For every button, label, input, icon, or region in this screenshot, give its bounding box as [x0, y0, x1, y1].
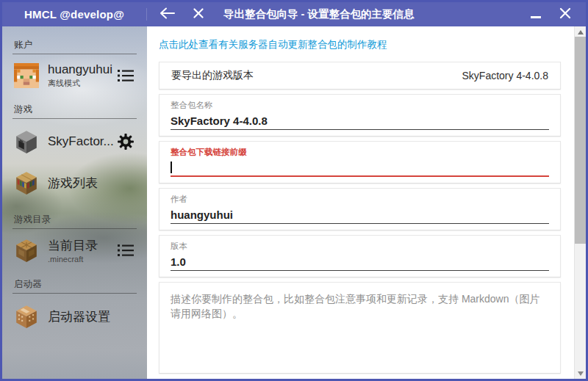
sidebar-item-current-directory[interactable]: 当前目录 .minecraft	[11, 232, 138, 269]
dropper-block-icon	[14, 304, 39, 329]
version-settings-button[interactable]	[116, 133, 135, 150]
version-name: SkyFactor...	[48, 134, 116, 149]
section-header-game: 游戏	[12, 104, 137, 119]
sidebar-item-launcher-settings[interactable]: 启动器设置	[11, 297, 138, 334]
tutorial-link[interactable]: 点击此处查看有关服务器自动更新整合包的制作教程	[159, 38, 561, 51]
gear-icon	[117, 133, 135, 150]
titlebar-main: 导出整合包向导 - 设置整合包的主要信息	[147, 2, 586, 26]
field-author: 作者 huangyuhui	[159, 188, 561, 231]
scrollbar-thumb[interactable]	[575, 37, 586, 244]
minimize-icon	[531, 16, 541, 18]
version-texts: SkyFactor...	[48, 134, 116, 149]
launcher-settings-texts: 启动器设置	[48, 308, 135, 325]
page-title: 导出整合包向导 - 设置整合包的主要信息	[223, 7, 414, 21]
author-value: huangyuhui	[171, 208, 233, 221]
minimize-button[interactable]	[521, 2, 551, 26]
export-version-row: 要导出的游戏版本 SkyFactory 4-4.0.8	[159, 62, 561, 90]
sidebar: 账户	[2, 26, 147, 379]
triangle-up-icon	[578, 30, 584, 35]
sidebar-item-version[interactable]: SkyFactor...	[11, 122, 138, 162]
export-version-value: SkyFactory 4-4.0.8	[462, 70, 549, 81]
titlebar: HMCL @develop@ 导出整合包向导 - 设置整合包的主要信息	[2, 2, 586, 26]
app-title: HMCL @develop@	[2, 8, 147, 21]
wizard-close-button[interactable]	[184, 2, 213, 26]
export-version-label: 要导出的游戏版本	[171, 69, 254, 82]
crafting-table-block-icon	[14, 238, 39, 263]
modpack-name-input[interactable]: SkyFactory 4-4.0.8	[171, 113, 549, 130]
app-body: 账户	[2, 26, 586, 379]
sidebar-item-game-list[interactable]: 游戏列表	[11, 162, 138, 204]
download-prefix-input[interactable]	[171, 160, 549, 177]
furnace-block-icon	[14, 129, 39, 154]
triangle-down-icon	[578, 371, 584, 376]
author-input[interactable]: huangyuhui	[171, 207, 549, 224]
game-list-label: 游戏列表	[48, 175, 135, 192]
launcher-settings-label: 启动器设置	[48, 308, 135, 325]
account-texts: huangyuhui 离线模式	[48, 62, 116, 89]
version-input[interactable]: 1.0	[171, 254, 549, 271]
field-download-prefix: 整合包下载链接前缀	[159, 141, 561, 184]
field-modpack-name: 整合包名称 SkyFactory 4-4.0.8	[159, 94, 561, 137]
field-version: 版本 1.0	[159, 235, 561, 277]
download-prefix-label: 整合包下载链接前缀	[171, 147, 549, 158]
player-avatar	[14, 63, 39, 88]
version-label: 版本	[171, 241, 549, 252]
modpack-name-value: SkyFactory 4-4.0.8	[171, 115, 268, 127]
game-list-texts: 游戏列表	[48, 175, 135, 192]
account-name: huangyuhui	[48, 62, 116, 77]
bookshelf-block-icon	[14, 170, 39, 195]
description-placeholder: 描述你要制作的整合包，比如整合包注意事项和更新记录，支持 Markdown（图片…	[171, 291, 549, 322]
x-icon	[193, 8, 204, 21]
scroll-down-button[interactable]	[575, 368, 586, 379]
hmcl-window: HMCL @develop@ 导出整合包向导 - 设置整合包的主要信息	[0, 0, 588, 381]
current-directory-path: .minecraft	[48, 255, 116, 264]
description-textarea[interactable]: 描述你要制作的整合包，比如整合包注意事项和更新记录，支持 Markdown（图片…	[159, 282, 561, 374]
author-label: 作者	[171, 194, 549, 205]
account-mode: 离线模式	[48, 78, 116, 89]
section-header-account: 账户	[12, 39, 137, 54]
text-caret	[171, 162, 172, 173]
current-directory-texts: 当前目录 .minecraft	[48, 237, 116, 264]
window-close-button[interactable]	[551, 2, 580, 26]
modpack-name-label: 整合包名称	[171, 100, 549, 111]
section-header-launcher: 启动器	[12, 278, 137, 294]
section-header-directory: 游戏目录	[12, 214, 137, 229]
vertical-scrollbar	[574, 26, 586, 379]
scroll-up-button[interactable]	[575, 26, 586, 37]
main-content: 点击此处查看有关服务器自动更新整合包的制作教程 要导出的游戏版本 SkyFact…	[147, 26, 574, 379]
current-directory-label: 当前目录	[48, 237, 116, 254]
arrow-left-icon	[159, 7, 176, 22]
sidebar-item-account[interactable]: huangyuhui 离线模式	[11, 57, 138, 94]
back-button[interactable]	[151, 2, 184, 26]
directory-list-button[interactable]	[116, 244, 135, 257]
version-value: 1.0	[171, 255, 186, 268]
x-icon	[559, 7, 571, 22]
list-icon	[118, 69, 134, 82]
list-icon	[118, 244, 134, 257]
account-list-button[interactable]	[116, 69, 135, 82]
